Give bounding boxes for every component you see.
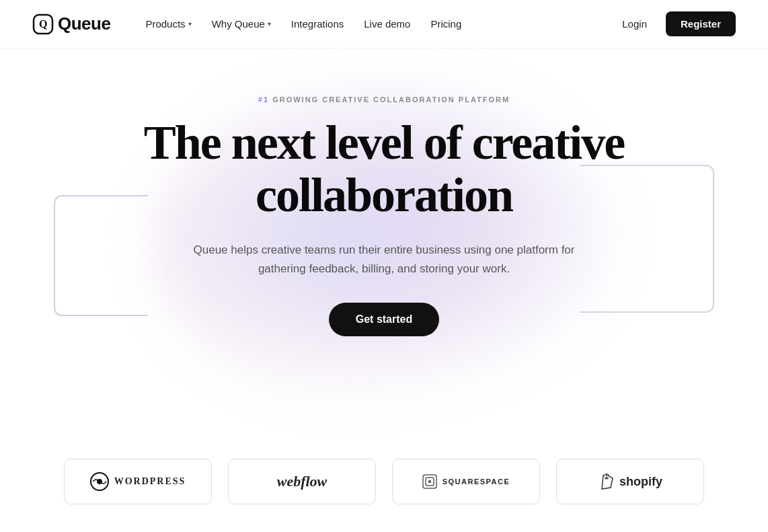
get-started-button[interactable]: Get started [329, 303, 439, 336]
navbar: Q Queue Products ▾ Why Queue ▾ Integrati… [0, 0, 768, 48]
bracket-left-decoration [54, 195, 148, 316]
svg-rect-6 [428, 480, 431, 483]
webflow-label: webflow [277, 473, 328, 490]
wordpress-label: WORDPRESS [114, 476, 186, 487]
shopify-icon [598, 473, 614, 490]
logo-card-webflow: webflow [228, 459, 376, 504]
wordpress-icon [90, 472, 109, 491]
svg-text:Q: Q [39, 17, 47, 29]
shopify-label: shopify [619, 475, 662, 489]
hero-title: The next level of creative collaboration [144, 117, 624, 222]
nav-item-products[interactable]: Products ▾ [137, 13, 199, 35]
register-button[interactable]: Register [666, 11, 736, 36]
chevron-down-icon: ▾ [268, 20, 271, 28]
hero-content: #1 GROWING CREATIVE COLLABORATION PLATFO… [144, 96, 624, 336]
hero-eyebrow: #1 GROWING CREATIVE COLLABORATION PLATFO… [144, 96, 624, 104]
nav-links: Products ▾ Why Queue ▾ Integrations Live… [137, 13, 611, 35]
nav-actions: Login Register [611, 11, 736, 36]
logo-card-squarespace: SQUARESPACE [392, 459, 540, 504]
nav-item-why-queue[interactable]: Why Queue ▾ [204, 13, 279, 35]
hero-subtitle: Queue helps creative teams run their ent… [189, 241, 579, 278]
login-button[interactable]: Login [611, 13, 658, 35]
logo-card-wordpress: WORDPRESS [64, 459, 212, 504]
nav-item-pricing[interactable]: Pricing [422, 13, 469, 35]
logo-card-shopify: shopify [556, 459, 704, 504]
site-logo[interactable]: Q Queue [32, 13, 110, 35]
nav-item-integrations[interactable]: Integrations [283, 13, 352, 35]
chevron-down-icon: ▾ [188, 20, 192, 28]
hero-section: #1 GROWING CREATIVE COLLABORATION PLATFO… [0, 48, 768, 439]
squarespace-icon [422, 474, 437, 489]
squarespace-label: SQUARESPACE [443, 478, 510, 486]
partner-logos-section: WORDPRESS webflow SQUARESPACE shopify [0, 439, 768, 531]
nav-item-live-demo[interactable]: Live demo [356, 13, 418, 35]
svg-point-7 [605, 478, 609, 480]
